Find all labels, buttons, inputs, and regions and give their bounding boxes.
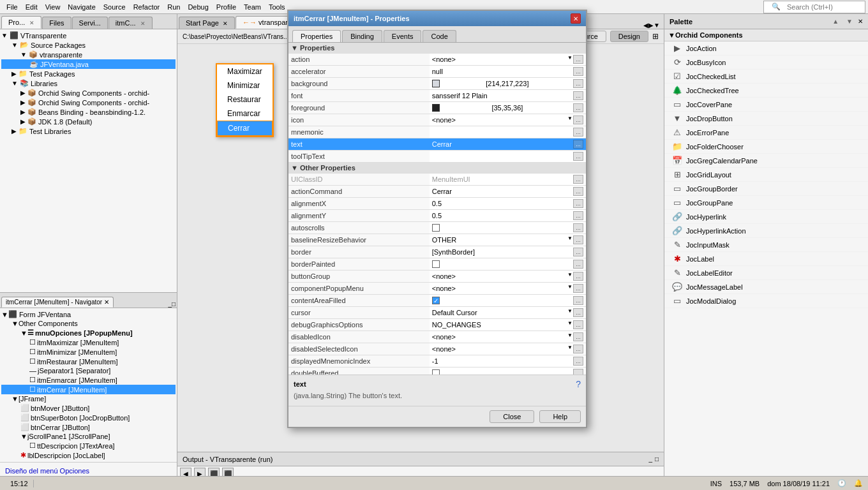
prop-ellipsis-btn[interactable]: ... (573, 284, 583, 293)
nav-tree-item-itmcerrar[interactable]: ☐ itmCerrar [JMenuItem] (1, 385, 176, 394)
nav-tree-item[interactable]: ☐ ttDescripcion [JTextArea] (1, 441, 176, 450)
prop-row-uiclassid[interactable]: UIClassID MenuItemUI ... (288, 174, 586, 186)
prop-ellipsis-btn[interactable]: ... (573, 272, 583, 281)
maximize-btn[interactable]: ⊞ (652, 31, 659, 42)
palette-item-joclabeleditor[interactable]: ✎ JocLabelEditor (664, 266, 868, 280)
prop-row-debuggraphicsoptions[interactable]: debugGraphicsOptions NO_CHANGES ▼ ... (288, 319, 586, 331)
prop-value[interactable]: <none> ▼ ... (430, 331, 586, 343)
tree-item[interactable]: ▼ 📦 vtransparente (1, 50, 176, 59)
menu-team[interactable]: Team (240, 2, 265, 12)
dialog-tab-binding[interactable]: Binding (342, 30, 382, 42)
prop-value[interactable]: [214,217,223] ... (430, 78, 586, 90)
tree-item[interactable]: ▶ 📦 JDK 1.8 (Default) (1, 117, 176, 126)
prop-row-accelerator[interactable]: accelerator null ... (288, 66, 586, 78)
prop-value[interactable]: ... (430, 151, 586, 163)
menu-profile[interactable]: Profile (213, 2, 240, 12)
prop-row-autoscrolls[interactable]: autoscrolls ... (288, 222, 586, 234)
prop-row-doublebuffered[interactable]: doubleBuffered ... (288, 368, 586, 375)
dialog-tab-properties[interactable]: Properties (292, 30, 341, 42)
nav-tree-item[interactable]: ⬜ btnSuperBoton [JocDropButton] (1, 413, 176, 422)
menu-edit[interactable]: Edit (22, 2, 41, 12)
prop-row-icon[interactable]: icon <none> ▼ ... (288, 114, 586, 126)
prop-value[interactable]: null ... (430, 66, 586, 78)
nav-tree-item[interactable]: ☐ itmMaximizar [JMenuItem] (1, 338, 176, 347)
prop-row-foreground[interactable]: foreground [35,35,36] ... (288, 102, 586, 114)
tab-services[interactable]: Servi... (72, 17, 108, 29)
prop-value[interactable]: MenuItemUI ... (430, 174, 586, 186)
prop-ellipsis-btn[interactable]: ... (573, 199, 583, 208)
palette-item-jocgrouppane[interactable]: ▭ JocGroupPane (664, 196, 868, 210)
dropdown-arrow-icon[interactable]: ▼ (567, 115, 572, 124)
tab-nav-close[interactable]: ✕ (104, 299, 109, 306)
palette-item-jochyperlink[interactable]: 🔗 JocHyperlink (664, 210, 868, 224)
tree-item-jfventana[interactable]: ☕ JFVentana.java (1, 59, 176, 69)
palette-section-header[interactable]: ▼ Orchid Components (664, 29, 868, 41)
palette-item-joccheckedlist[interactable]: ☑ JocCheckedList (664, 70, 868, 84)
checkbox-autoscrolls[interactable] (432, 224, 440, 232)
palette-item-jocinputmask[interactable]: ✎ JocInputMask (664, 238, 868, 252)
prop-value[interactable]: NO_CHANGES ▼ ... (430, 319, 586, 331)
prop-row-alignmentx[interactable]: alignmentX 0.5 ... (288, 198, 586, 210)
menu-popup-item-minimizar[interactable]: Minimizar (217, 78, 273, 93)
prop-row-componentpopupmenu[interactable]: componentPopupMenu <none> ▼ ... (288, 283, 586, 295)
tab-itmc[interactable]: itmC... ✕ (108, 17, 153, 29)
tree-item[interactable]: ▶ 📁 Test Libraries (1, 126, 176, 136)
prop-ellipsis-btn[interactable]: ... (573, 187, 583, 196)
prop-row-displayedmnemonicindex[interactable]: displayedMnemonicIndex -1 ... (288, 355, 586, 368)
prop-value[interactable]: ... (430, 258, 586, 271)
tree-item[interactable]: ▶ 📦 Orchid Swing Components - orchid- (1, 88, 176, 98)
prop-value[interactable]: <none> ▼ ... (430, 343, 586, 355)
menu-file[interactable]: File (3, 2, 22, 12)
tab-navigator[interactable]: itmCerrar [JMenuItem] - Navigator ✕ (1, 297, 114, 308)
prop-value[interactable]: 0.5 ... (430, 210, 586, 222)
nav-tree-item[interactable]: ☐ itmEnmarcar [JMenuItem] (1, 375, 176, 385)
palette-item-jocgroupborder[interactable]: ▭ JocGroupBorder (664, 182, 868, 196)
menu-popup-item-restaurar[interactable]: Restaurar (217, 93, 273, 107)
nav-tree-item[interactable]: ☐ itmMinimizar [JMenuItem] (1, 347, 176, 357)
prop-ellipsis-btn[interactable]: ... (573, 140, 583, 149)
palette-item-jocmodaldialog[interactable]: ▭ JocModalDialog (664, 294, 868, 308)
prop-value[interactable]: <none> ▼ ... (430, 283, 586, 295)
prop-ellipsis-btn[interactable]: ... (573, 223, 583, 232)
prop-value[interactable]: -1 ... (430, 355, 586, 368)
checkbox-doublebuffered[interactable] (432, 369, 440, 375)
menu-popup-item-cerrar[interactable]: Cerrar (217, 121, 273, 136)
tree-item[interactable]: ▼ 📚 Libraries (1, 78, 176, 88)
prop-ellipsis-btn[interactable]: ... (573, 67, 583, 76)
dialog-tab-code[interactable]: Code (423, 30, 456, 42)
menu-source[interactable]: Source (100, 2, 130, 12)
palette-item-jocgridlayout[interactable]: ⊞ JocGridLayout (664, 168, 868, 182)
properties-scroll[interactable]: ▼ Properties action <none> ▼ ... (288, 43, 586, 375)
prop-ellipsis-btn[interactable]: ... (573, 91, 583, 100)
menu-refactor[interactable]: Refactor (130, 2, 164, 12)
palette-item-joccoverpane[interactable]: ▭ JocCoverPane (664, 98, 868, 112)
palette-close[interactable]: ✕ (858, 18, 863, 25)
prop-value[interactable]: ... (430, 126, 586, 138)
prop-row-border[interactable]: border [SynthBorder] ... (288, 246, 586, 258)
nav-tree-item[interactable]: ⬜ btnMover [JButton] (1, 403, 176, 413)
properties-dialog[interactable]: itmCerrar [JMenuItem] - Properties ✕ Pro… (287, 10, 587, 428)
prop-value[interactable]: [SynthBorder] ... (430, 246, 586, 258)
palette-item-jochyperlinkaction[interactable]: 🔗 JocHyperlinkAction (664, 224, 868, 238)
checkbox-borderpainted[interactable] (432, 260, 440, 268)
prop-row-buttongroup[interactable]: buttonGroup <none> ▼ ... (288, 271, 586, 283)
tab-itmc-close[interactable]: ✕ (140, 20, 146, 27)
palette-item-jocerrorpane[interactable]: ⚠ JocErrorPane (664, 126, 868, 140)
palette-item-jocgregcalendarpane[interactable]: 📅 JocGregCalendarPane (664, 154, 868, 168)
prop-ellipsis-btn[interactable]: ... (573, 79, 583, 88)
nav-tree-item[interactable]: ☐ itmRestaurar [JMenuItem] (1, 357, 176, 366)
nav-tree-item[interactable]: ✱ lblDescripcion [JocLabel] (1, 450, 176, 460)
dropdown-arrow-icon[interactable]: ▼ (567, 345, 572, 353)
palette-item-jocbusyicon[interactable]: ⟳ JocBusyIcon (664, 56, 868, 70)
prop-ellipsis-btn[interactable]: ... (573, 260, 583, 269)
nav-tree-item[interactable]: ⬜ btnCerrar [JButton] (1, 422, 176, 432)
tree-item[interactable]: ▶ 📦 Orchid Swing Components - orchid- (1, 98, 176, 107)
dropdown-arrow-icon[interactable]: ▼ (567, 284, 572, 293)
nav-maximize[interactable]: □ (172, 301, 176, 308)
dialog-close-icon[interactable]: ✕ (571, 13, 581, 24)
prop-row-font[interactable]: font sansserif 12 Plain ... (288, 90, 586, 102)
prop-row-action[interactable]: action <none> ▼ ... (288, 54, 586, 66)
prop-ellipsis-btn[interactable]: ... (573, 248, 583, 256)
palette-scroll-down[interactable]: ▼ (844, 17, 855, 26)
menu-view[interactable]: View (41, 2, 64, 12)
